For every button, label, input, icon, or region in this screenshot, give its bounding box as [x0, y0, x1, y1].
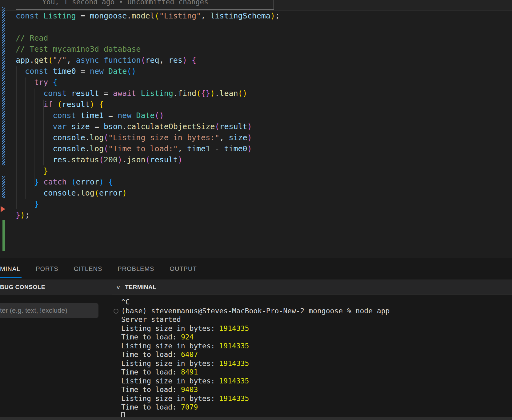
terminal-section-label: TERMINAL: [125, 284, 156, 291]
code-line: res.status(200).json(result): [16, 154, 280, 165]
git-modified-gutter-bar: [2, 7, 5, 165]
terminal-line: Listing size in bytes: 1914335: [121, 342, 390, 351]
debug-console-header-label: BUG CONSOLE: [0, 284, 45, 291]
code-line: console.log("Listing size in bytes:", si…: [16, 132, 280, 143]
git-modified-gutter-bar: [2, 176, 5, 198]
vscode-window: You, 1 second ago • Uncommitted changes …: [0, 0, 512, 420]
code-line: // Test mycamino3d database: [16, 44, 280, 55]
code-line: // Read: [16, 33, 280, 44]
code-line: app.get("/", async function(req, res) {: [16, 55, 280, 66]
code-line: const time1 = new Date(): [16, 110, 280, 121]
terminal-line: Listing size in bytes: 1914335: [121, 377, 390, 386]
terminal-line: Time to load: 6407: [121, 350, 390, 359]
code-line: }: [16, 199, 280, 210]
chevron-down-icon[interactable]: ∨: [116, 284, 121, 290]
terminal-pane: ∨ TERMINAL ^C(base) stevenmanus@Steves-M…: [112, 279, 512, 420]
gutter-arrow-marker-icon: [1, 206, 5, 212]
panel-tab-bar: MINALPORTSGITLENSPROBLEMSOUTPUT: [0, 258, 512, 279]
gitlens-blame-annotation: You, 1 second ago • Uncommitted changes: [42, 0, 208, 7]
bottom-panel: MINALPORTSGITLENSPROBLEMSOUTPUT BUG CONS…: [0, 258, 512, 420]
terminal-line: Listing size in bytes: 1914335: [121, 324, 390, 333]
terminal-section-header[interactable]: ∨ TERMINAL: [112, 279, 512, 295]
debug-console-filter-input[interactable]: [0, 303, 98, 318]
terminal-line: Server started: [121, 315, 390, 324]
debug-console-pane: BUG CONSOLE: [0, 279, 112, 420]
gitlens-blame-strip: You, 1 second ago • Uncommitted changes: [0, 0, 512, 11]
code-line: console.log("Time to load:", time1 - tim…: [16, 143, 280, 154]
code-line: try {: [16, 77, 280, 88]
panel-tab-gitlens[interactable]: GITLENS: [74, 258, 102, 279]
code-line: console.log(error): [16, 188, 280, 199]
code-line: });: [16, 210, 280, 221]
code-line: var size = bson.calculateObjectSize(resu…: [16, 121, 280, 132]
terminal-line: (base) stevenmanus@Steves-MacBook-Pro-Ne…: [121, 307, 390, 315]
panel-tab-minal[interactable]: MINAL: [0, 258, 20, 279]
code-line: const time0 = new Date(): [16, 66, 280, 77]
code-line: }: [16, 165, 280, 176]
code-editor[interactable]: You, 1 second ago • Uncommitted changes …: [0, 0, 512, 258]
gitlens-blame-box: You, 1 second ago • Uncommitted changes: [16, 0, 274, 10]
git-added-gutter-bar: [2, 220, 5, 251]
command-decoration-circle-icon[interactable]: [114, 309, 118, 314]
panel-tab-output[interactable]: OUTPUT: [170, 258, 197, 279]
code-line: const Listing = mongoose.model("Listing"…: [16, 10, 280, 22]
terminal-line: Time to load: 7079: [121, 403, 390, 412]
panel-tab-ports[interactable]: PORTS: [36, 258, 58, 279]
terminal-line: Time to load: 8491: [121, 368, 390, 377]
code-line: if (result) {: [16, 99, 280, 110]
debug-console-header: BUG CONSOLE: [0, 279, 112, 295]
terminal-line: Listing size in bytes: 1914335: [121, 359, 390, 368]
terminal-line: ^C: [121, 298, 390, 307]
terminal-line: Time to load: 924: [121, 333, 390, 342]
terminal-lines: ^C(base) stevenmanus@Steves-MacBook-Pro-…: [121, 298, 390, 420]
code-line: [16, 22, 280, 33]
code-lines: const Listing = mongoose.model("Listing"…: [16, 10, 280, 221]
terminal-line: Listing size in bytes: 1914335: [121, 394, 390, 403]
code-line: const result = await Listing.find({}).le…: [16, 88, 280, 99]
terminal-line: Time to load: 9403: [121, 385, 390, 394]
terminal-output[interactable]: ^C(base) stevenmanus@Steves-MacBook-Pro-…: [112, 295, 512, 420]
bottom-edge-strip: [0, 417, 512, 420]
panel-tab-problems[interactable]: PROBLEMS: [118, 258, 154, 279]
code-line: } catch (error) {: [16, 176, 280, 188]
